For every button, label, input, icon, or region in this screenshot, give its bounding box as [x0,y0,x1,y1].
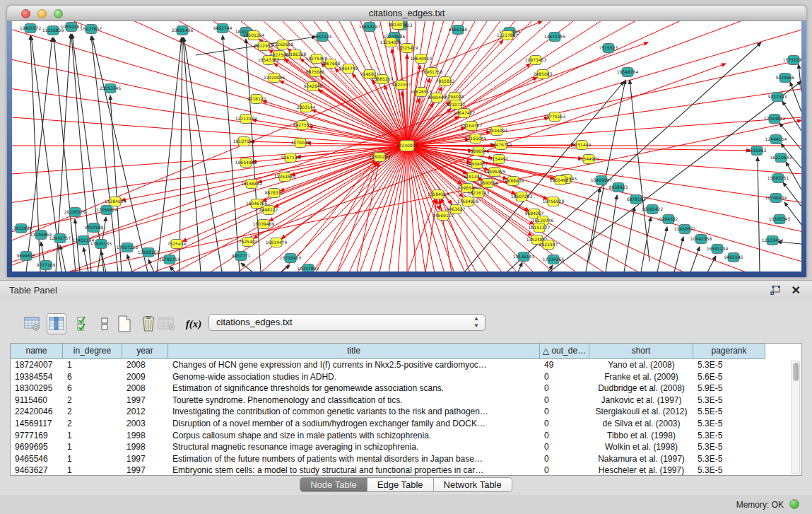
graph-node[interactable]: 15716485 [280,254,302,263]
graph-node[interactable]: 10306345 [769,215,791,224]
graph-node[interactable]: 13505135 [90,240,112,249]
graph-node[interactable]: 8215953 [748,146,767,156]
graph-node[interactable]: 12103454 [762,236,784,245]
column-header-year[interactable]: year [122,344,168,359]
graph-node[interactable]: 16648784 [617,68,639,77]
scrollbar-thumb[interactable] [793,363,799,381]
float-window-icon[interactable] [770,285,781,296]
graph-node[interactable]: 12942757 [49,234,71,243]
graph-node[interactable]: 8878332 [265,189,284,198]
graph-node[interactable]: 19756928 [543,197,565,206]
column-header-title[interactable]: title [168,344,540,359]
graph-node[interactable]: 6466160 [449,25,468,35]
graph-node[interactable]: 17359924 [96,206,118,215]
vertical-scrollbar[interactable] [791,361,800,474]
graph-node[interactable]: 20891406 [172,26,194,35]
graph-node[interactable]: 10347892 [298,264,319,272]
graph-node[interactable]: 18607293 [511,192,533,201]
graph-node[interactable]: 12450672 [674,225,696,234]
delete-table-icon[interactable] [157,313,177,334]
new-column-icon[interactable] [114,313,134,334]
graph-node[interactable]: 22420046 [264,74,286,83]
tab-edge-table[interactable]: Edge Table [367,477,434,492]
table-row[interactable]: 969969511998Structural magnetic resonanc… [11,441,801,453]
graph-node[interactable]: 19654965 [235,158,257,168]
table-row[interactable]: 1456911722003Disruption of a novel membe… [11,418,801,430]
table-row[interactable]: 946362711997Embryonic stem cells: a mode… [11,465,801,476]
graph-node[interactable]: 13325419 [396,44,418,53]
graph-node[interactable]: 18601234 [243,31,265,40]
graph-node[interactable]: 10552267 [61,23,83,32]
show-columns-icon[interactable] [47,313,66,334]
graph-node[interactable]: 2867608 [322,59,341,69]
graph-node[interactable]: 10973453 [525,56,547,65]
graph-node[interactable]: 20206576 [64,208,86,217]
graph-node[interactable]: 12213332 [235,115,257,124]
graph-node[interactable]: 7515523 [599,44,618,53]
graph-node[interactable]: 19405572 [20,24,42,33]
graph-node[interactable]: 7525434 [167,240,187,249]
graph-node[interactable]: 14954952 [466,160,488,169]
select-rows-icon[interactable] [73,313,93,334]
graph-node[interactable]: 9329966 [776,74,795,83]
graph-node[interactable]: 9294502 [659,215,678,224]
function-builder-icon[interactable]: f(x) [184,313,204,334]
table-row[interactable]: 1830029562008Estimation of significance … [11,382,801,395]
row-height-icon[interactable] [95,313,114,334]
graph-node[interactable]: 9857771 [232,252,251,261]
column-header-out_de[interactable]: △ out_de… [540,344,589,359]
graph-node[interactable]: 18107554 [233,137,255,146]
graph-node[interactable]: 14495495 [484,168,506,177]
graph-node[interactable]: 16151327 [529,223,551,233]
graph-node[interactable]: 16039489 [253,220,275,229]
graph-node[interactable]: 15227607 [81,25,102,34]
table-row[interactable]: 1872400712008Changes of HCN gene express… [11,359,801,371]
graph-node[interactable]: 16782759 [159,255,181,264]
graph-node[interactable]: 16409547 [591,176,613,185]
graph-node[interactable]: 12444154 [765,135,787,144]
graph-node[interactable]: 17334265 [543,255,565,264]
graph-node[interactable]: 20053346 [100,84,122,93]
graph-node[interactable]: 16581234 [707,245,729,254]
column-header-name[interactable]: name [11,344,63,359]
graph-node[interactable]: 15775163 [544,112,566,122]
memory-status-icon[interactable] [789,499,799,509]
graph-node[interactable]: 11353554 [274,173,296,182]
table-selector[interactable]: citations_edges.txt ▲▼ [208,314,486,331]
graph-node[interactable]: 8427552 [293,121,312,130]
graph-node[interactable]: 18640910 [411,54,433,64]
graph-node[interactable]: 16543362 [258,56,280,65]
graph-node[interactable]: 9465546 [724,253,743,262]
network-graph[interactable]: 1940557211056859105522671522760720891406… [12,21,801,271]
graph-node[interactable]: 12093832 [764,115,786,124]
table-row[interactable]: 1938455462009Genome-wide association stu… [11,371,801,383]
graph-node[interactable]: 16210643 [770,153,792,163]
graph-node[interactable]: 10653247 [359,23,381,32]
graph-node[interactable]: 16095422 [642,205,664,214]
column-header-short[interactable]: short [589,344,693,359]
graph-node[interactable]: 15136141 [513,252,535,262]
graph-node[interactable]: 12706434 [765,194,787,203]
graph-node[interactable]: 8990448 [428,93,447,103]
tab-network-table[interactable]: Network Table [434,477,512,492]
table-row[interactable]: 977716911998Corpus callosum shape and si… [11,430,801,442]
graph-node[interactable]: 10942358 [690,235,712,244]
graph-node[interactable]: 8498222 [259,206,278,215]
table-row[interactable]: 2242004622012Investigating the contribut… [11,406,801,418]
table-row[interactable]: 911546021997Tourette syndrome. Phenomeno… [11,395,801,407]
graph-node[interactable]: 10688609 [502,177,524,186]
graph-node[interactable]: 2522547 [539,240,558,250]
graph-node[interactable]: 8454749 [339,64,358,74]
graph-node[interactable]: 9267130 [281,153,300,163]
graph-node[interactable]: 15384554 [105,197,126,206]
graph-node[interactable]: 17957225 [117,243,139,252]
graph-node[interactable]: 8875685 [306,68,325,77]
graph-node[interactable]: 18186328 [285,50,307,59]
graph-node[interactable]: 14569117 [433,211,454,221]
graph-node[interactable]: 9227343 [768,93,787,102]
graph-node[interactable]: 7625402 [239,238,258,247]
column-header-in_degree[interactable]: in_degree [63,344,122,359]
graph-node[interactable]: 9777169 [37,261,56,270]
graph-node[interactable]: 9154492 [490,155,509,164]
graph-node[interactable]: 7955812 [436,77,455,86]
